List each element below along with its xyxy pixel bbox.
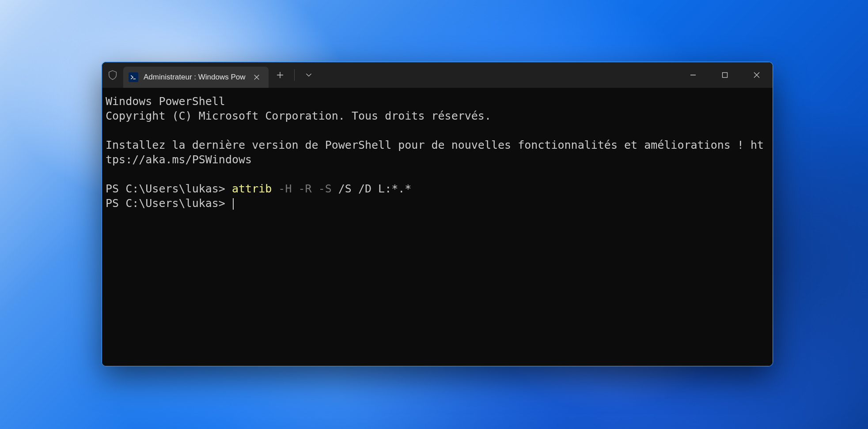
output-line: Windows PowerShell (106, 95, 225, 108)
terminal-window: Administrateur : Windows Pow (102, 62, 773, 366)
terminal-output[interactable]: Windows PowerShell Copyright (C) Microso… (102, 88, 773, 366)
output-line: Copyright (C) Microsoft Corporation. Tou… (106, 109, 491, 122)
chevron-down-icon (306, 72, 312, 78)
window-close-button[interactable] (741, 62, 773, 88)
titlebar[interactable]: Administrateur : Windows Pow (102, 62, 773, 88)
new-tab-button[interactable] (269, 62, 292, 88)
minimize-icon (690, 72, 696, 78)
tab-dropdown-button[interactable] (297, 62, 320, 88)
minimize-button[interactable] (677, 62, 709, 88)
command-args: /S /D L:*.* (332, 182, 412, 195)
powershell-icon (129, 72, 138, 82)
prompt-prefix: PS C:\Users\lukas> (106, 182, 232, 195)
maximize-icon (722, 72, 728, 78)
close-icon (754, 72, 760, 78)
titlebar-divider (294, 69, 295, 81)
close-icon (254, 74, 260, 80)
prompt-prefix: PS C:\Users\lukas> (106, 197, 232, 210)
svg-rect-7 (723, 73, 728, 78)
maximize-button[interactable] (709, 62, 741, 88)
active-tab[interactable]: Administrateur : Windows Pow (123, 67, 269, 88)
text-cursor (233, 198, 234, 210)
command-name: attrib (232, 182, 272, 195)
tab-title: Administrateur : Windows Pow (144, 73, 246, 82)
output-line: Installez la dernière version de PowerSh… (106, 139, 764, 166)
command-flags: -H -R -S (272, 182, 331, 195)
titlebar-drag-region[interactable] (320, 62, 677, 88)
window-controls (677, 62, 773, 88)
admin-shield-slot (102, 62, 123, 88)
shield-icon (108, 70, 117, 80)
tab-close-button[interactable] (251, 72, 262, 83)
plus-icon (277, 72, 284, 79)
